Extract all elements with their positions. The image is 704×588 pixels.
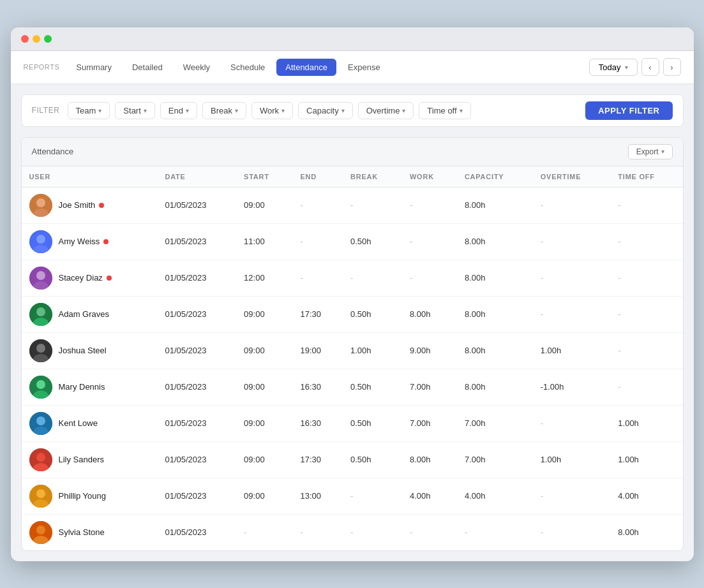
filter-capacity[interactable]: Capacity ▾ [298,102,353,119]
tab-weekly[interactable]: Weekly [174,59,219,76]
cell-timeoff: - [610,296,682,332]
filter-work[interactable]: Work ▾ [251,102,293,119]
table-row: Joshua Steel 01/05/2023 09:00 19:00 1.00… [22,332,683,369]
filter-label: FILTER [32,106,60,115]
tab-detailed[interactable]: Detailed [123,59,172,76]
nav-right: Today ▾ ‹ › [589,58,681,76]
table-row: Amy Weiss 01/05/2023 11:00 - 0.50h - 8.0… [22,223,683,260]
close-button[interactable] [21,35,29,43]
cell-start: 09:00 [236,405,292,441]
cell-overtime: - [533,514,611,550]
avatar-image [29,194,52,217]
user-name: Joe Smith [59,200,96,210]
attendance-table: USER DATE START END BREAK WORK CAPACITY … [22,166,683,550]
maximize-button[interactable] [44,35,52,43]
cell-overtime: - [533,223,611,260]
avatar [29,376,52,399]
table-header-bar: Attendance Export ▾ [22,138,683,166]
chevron-down-icon: ▾ [281,107,285,114]
cell-overtime: 1.00h [533,332,611,369]
cell-end: 17:30 [293,441,343,478]
avatar [29,230,52,253]
tab-expense[interactable]: Expense [339,59,389,76]
cell-timeoff: 1.00h [610,405,682,441]
filter-timeoff[interactable]: Time off ▾ [419,102,470,119]
cell-overtime: - [533,260,611,296]
chevron-down-icon: ▾ [460,107,463,114]
next-date-button[interactable]: › [663,58,681,76]
app-window: REPORTS Summary Detailed Weekly Schedule… [11,27,694,561]
filter-break[interactable]: Break ▾ [202,102,246,119]
user-name: Stacey Diaz [59,273,103,283]
filter-work-label: Work [260,106,279,115]
filter-start-label: Start [123,106,140,115]
cell-start: 09:00 [236,369,292,405]
filter-team[interactable]: Team ▾ [68,102,110,119]
cell-capacity: 7.00h [457,405,533,441]
col-user: USER [22,166,158,187]
nav-label: REPORTS [24,63,60,71]
cell-date: 01/05/2023 [157,223,236,260]
nav-left: REPORTS Summary Detailed Weekly Schedule… [24,59,389,76]
cell-start: 12:00 [236,260,292,296]
svg-point-16 [36,380,45,389]
svg-point-13 [36,344,45,353]
export-button[interactable]: Export ▾ [628,144,673,159]
user-name: Phillip Young [59,491,106,501]
avatar-image [29,485,52,508]
cell-capacity: - [457,514,533,550]
avatar [29,194,52,217]
filter-bar: FILTER Team ▾ Start ▾ End ▾ Break ▾ Work… [21,94,684,127]
avatar [29,485,52,508]
filter-end[interactable]: End ▾ [160,102,197,119]
cell-end: 16:30 [293,405,343,441]
filter-team-label: Team [76,106,96,115]
avatar-image [29,303,52,326]
avatar [29,521,52,544]
prev-date-button[interactable]: ‹ [641,58,659,76]
col-start: START [236,166,292,187]
attendance-table-container: Attendance Export ▾ USER DATE START END … [21,137,684,551]
cell-date: 01/05/2023 [157,296,236,332]
cell-capacity: 8.00h [457,296,533,332]
status-indicator [107,276,112,281]
cell-end: 17:30 [293,296,343,332]
cell-date: 01/05/2023 [157,187,236,223]
table-row: Kent Lowe 01/05/2023 09:00 16:30 0.50h 7… [22,405,683,441]
filter-overtime[interactable]: Overtime ▾ [358,102,414,119]
tab-attendance[interactable]: Attendance [276,59,336,76]
tab-summary[interactable]: Summary [67,59,121,76]
minimize-button[interactable] [33,35,40,43]
cell-end: - [293,260,343,296]
cell-timeoff: 4.00h [610,478,682,514]
cell-user: Joshua Steel [22,332,158,369]
table-row: Mary Dennis 01/05/2023 09:00 16:30 0.50h… [22,369,683,405]
svg-point-28 [36,526,45,534]
chevron-down-icon: ▾ [98,107,101,114]
cell-break: 0.50h [343,441,402,478]
export-label: Export [636,147,659,156]
col-overtime: OVERTIME [533,166,611,187]
today-button[interactable]: Today ▾ [589,59,638,76]
cell-timeoff: - [610,187,682,223]
user-name: Amy Weiss [59,237,100,246]
avatar-image [29,448,52,471]
table-section-title: Attendance [32,147,74,156]
chevron-down-icon: ▾ [186,107,189,114]
cell-capacity: 7.00h [457,441,533,478]
cell-capacity: 4.00h [457,478,533,514]
filter-start[interactable]: Start ▾ [115,102,154,119]
table-row: Stacey Diaz 01/05/2023 12:00 - - - 8.00h… [22,260,683,296]
cell-date: 01/05/2023 [157,441,236,478]
apply-filter-button[interactable]: APPLY FILTER [585,101,672,120]
cell-end: - [293,514,343,550]
col-timeoff: TIME OFF [610,166,682,187]
tab-schedule[interactable]: Schedule [221,59,274,76]
user-name: Lily Sanders [59,455,105,464]
avatar-image [29,412,52,435]
cell-break: 0.50h [343,296,402,332]
svg-point-19 [36,416,45,425]
avatar-image [29,230,52,253]
cell-user: Kent Lowe [22,405,158,441]
svg-point-22 [36,453,45,462]
